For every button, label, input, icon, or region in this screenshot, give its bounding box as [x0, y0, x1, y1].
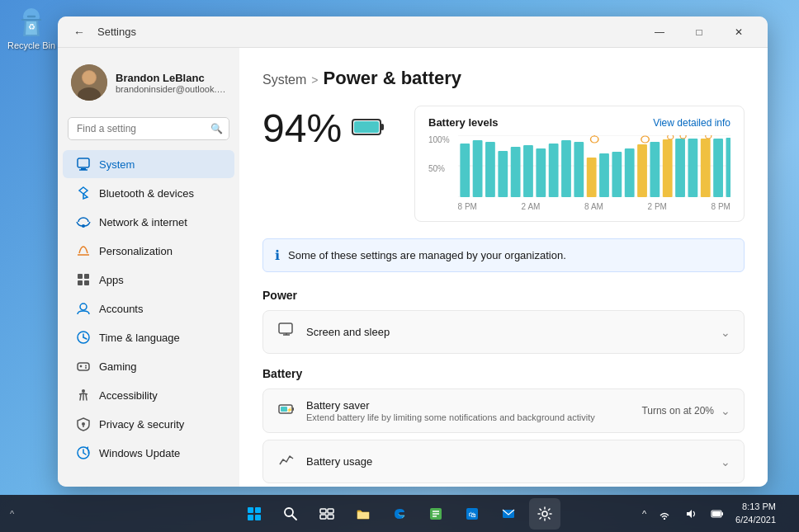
chart-x-2pm: 2 PM [648, 202, 667, 211]
battery-saver-icon: ⚡ [277, 400, 296, 422]
breadcrumb-arrow: > [311, 73, 318, 87]
chart-x-8pm-end: 8 PM [712, 202, 730, 211]
svg-line-18 [83, 337, 87, 339]
svg-rect-50 [624, 148, 634, 197]
accounts-icon [76, 301, 91, 316]
mail-taskbar-btn[interactable] [493, 498, 524, 530]
clock-time: 8:13 PM [735, 501, 776, 513]
start-button[interactable] [239, 498, 270, 530]
svg-rect-67 [292, 407, 294, 411]
taskbar: ^ [0, 495, 799, 532]
sidebar-item-accessibility[interactable]: Accessibility [63, 381, 234, 409]
sidebar-item-system[interactable]: System [63, 150, 234, 178]
view-detailed-info-link[interactable]: View detailed info [653, 117, 730, 129]
network-tray-icon[interactable] [653, 502, 676, 525]
search-input[interactable] [68, 117, 229, 140]
svg-rect-31 [354, 121, 379, 133]
sidebar-item-time[interactable]: Time & language [63, 323, 234, 351]
svg-rect-62 [726, 138, 730, 197]
battery-saver-right: Turns on at 20% ⌄ [641, 404, 730, 417]
sidebar-item-update[interactable]: Windows Update [63, 439, 234, 467]
task-view-button[interactable] [311, 498, 343, 530]
battery-saver-row[interactable]: ⚡ Battery saver Extend battery life by l… [262, 388, 745, 433]
sidebar-item-network-label: Network & internet [99, 216, 187, 228]
svg-point-25 [82, 389, 85, 393]
files-taskbar-btn[interactable] [420, 498, 452, 530]
svg-rect-58 [688, 139, 697, 197]
sidebar-item-bluetooth[interactable]: Bluetooth & devices [63, 179, 234, 207]
svg-rect-45 [586, 158, 596, 197]
taskbar-search-button[interactable] [275, 498, 306, 530]
power-section: Power Screen and sleep [262, 289, 745, 354]
show-hidden-icons[interactable]: ^ [10, 509, 14, 519]
screen-sleep-icon [277, 321, 296, 343]
user-info: Brandon LeBlanc brandoninsider@outlook.c… [116, 72, 226, 94]
screen-sleep-row[interactable]: Screen and sleep ⌄ [262, 310, 745, 354]
info-icon: ℹ [275, 247, 280, 263]
gaming-icon [76, 359, 91, 374]
sidebar-item-apps[interactable]: Apps [63, 266, 234, 294]
sidebar-item-network[interactable]: Network & internet [63, 208, 234, 236]
svg-rect-14 [84, 280, 89, 285]
svg-point-9 [82, 224, 85, 228]
svg-rect-40 [523, 145, 533, 197]
recycle-bin-icon[interactable]: ♻ Recycle Bin [7, 8, 56, 50]
svg-line-78 [292, 516, 296, 520]
settings-taskbar-btn[interactable] [529, 498, 560, 530]
battery-saver-text: Battery saver Extend battery life by lim… [306, 399, 595, 422]
sidebar-item-privacy-label: Privacy & security [99, 418, 184, 431]
sidebar-item-personalization[interactable]: Personalization [63, 237, 234, 265]
svg-rect-6 [78, 158, 89, 167]
edge-taskbar-btn[interactable] [384, 498, 415, 530]
svg-rect-63 [279, 323, 292, 333]
apps-icon [76, 272, 91, 287]
volume-tray-icon[interactable] [679, 502, 702, 525]
battery-saver-left: ⚡ Battery saver Extend battery life by l… [277, 399, 595, 422]
battery-usage-left: Battery usage [277, 450, 372, 473]
svg-point-24 [85, 367, 87, 369]
screen-sleep-title: Screen and sleep [306, 326, 390, 338]
svg-point-92 [664, 517, 665, 519]
svg-rect-35 [460, 144, 470, 197]
svg-rect-43 [561, 140, 571, 197]
battery-tray-icon[interactable] [706, 502, 729, 525]
svg-rect-51 [637, 144, 647, 197]
battery-usage-icon [277, 450, 296, 473]
battery-chart-svg [458, 135, 730, 197]
svg-rect-54 [662, 139, 672, 197]
battery-usage-text: Battery usage [306, 455, 372, 468]
system-icon [76, 157, 91, 172]
store-taskbar-btn[interactable]: 🛍 [456, 498, 488, 530]
screen-sleep-right: ⌄ [721, 326, 730, 339]
sidebar-item-privacy[interactable]: Privacy & security [63, 410, 234, 438]
sidebar-item-accounts[interactable]: Accounts [63, 294, 234, 322]
svg-rect-38 [498, 151, 508, 197]
clock-date: 6/24/2021 [735, 514, 776, 526]
sidebar-item-gaming-label: Gaming [99, 360, 137, 373]
battery-usage-right: ⌄ [721, 455, 730, 468]
svg-rect-95 [712, 511, 721, 516]
minimize-button[interactable]: — [641, 19, 678, 45]
battery-usage-row[interactable]: Battery usage ⌄ [262, 440, 745, 483]
avatar [71, 64, 107, 101]
svg-rect-80 [328, 509, 333, 513]
main-layout: Brandon LeBlanc brandoninsider@outlook.c… [58, 48, 768, 487]
back-button[interactable]: ← [68, 21, 91, 44]
file-explorer-taskbar-btn[interactable] [347, 498, 379, 530]
show-hidden-icons-btn[interactable]: ^ [639, 498, 650, 530]
close-button[interactable]: ✕ [720, 19, 758, 45]
battery-display: 94% [262, 106, 395, 151]
svg-point-57 [680, 135, 686, 139]
svg-rect-76 [255, 515, 261, 520]
taskbar-center: 🛍 [239, 498, 560, 530]
desktop: ♻ Recycle Bin ← Settings — □ ✕ [0, 0, 799, 495]
sidebar-item-gaming[interactable]: Gaming [63, 352, 234, 380]
svg-point-26 [82, 422, 85, 426]
svg-text:⚡: ⚡ [286, 407, 293, 413]
system-tray: ^ [639, 498, 729, 530]
notification-area-btn[interactable] [782, 498, 789, 530]
svg-point-91 [542, 511, 547, 516]
maximize-button[interactable]: □ [680, 19, 718, 45]
info-banner: ℹ Some of these settings are managed by … [262, 238, 745, 272]
search-icon-button[interactable]: 🔍 [210, 123, 223, 134]
